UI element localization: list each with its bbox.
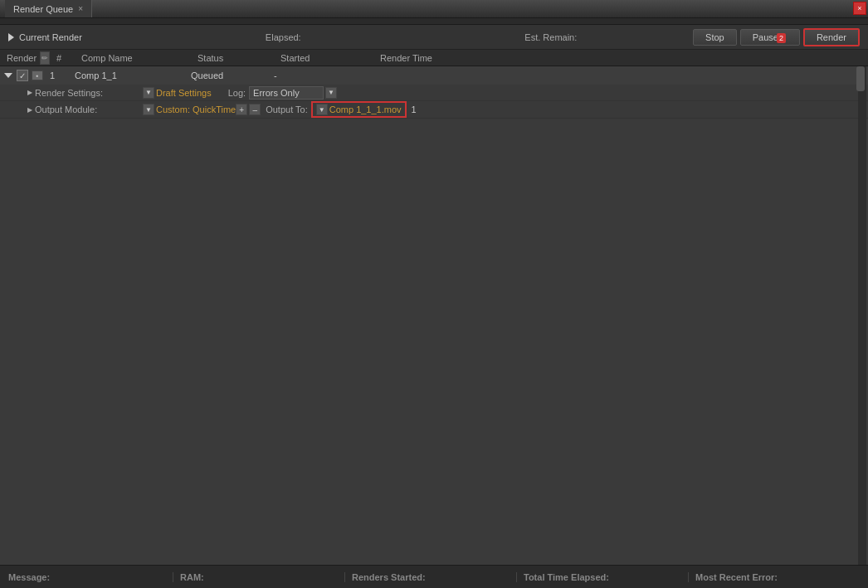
remain-section: Est. Remain: bbox=[426, 32, 677, 42]
expand-down-arrow bbox=[4, 73, 12, 78]
output-file-link[interactable]: Comp 1_1_1.mov bbox=[329, 104, 402, 114]
current-render-label: Current Render bbox=[19, 32, 82, 42]
col-header-status: Status bbox=[194, 53, 277, 63]
status-total-time: Total Time Elapsed: bbox=[517, 572, 689, 582]
status-bar: Message: RAM: Renders Started: Total Tim… bbox=[0, 565, 868, 588]
render-settings-dropdown[interactable]: ▼ Draft Settings bbox=[143, 87, 212, 99]
output-module-dropdown[interactable]: ▼ Custom: QuickTime bbox=[143, 104, 236, 115]
log-value[interactable]: Errors Only bbox=[249, 86, 324, 100]
message-label: Message: bbox=[8, 572, 50, 582]
render-settings-expand[interactable]: ▶ bbox=[25, 88, 35, 98]
item-started-1: - bbox=[271, 70, 370, 80]
output-file-dropdown-arrow[interactable]: ▼ bbox=[316, 104, 328, 115]
log-label: Log: bbox=[228, 88, 246, 98]
col-pencil-icon: ✏ bbox=[40, 51, 50, 65]
render-settings-label: Render Settings: bbox=[35, 88, 143, 98]
col-header-render: Render ✏ bbox=[3, 51, 53, 65]
total-time-label: Total Time Elapsed: bbox=[524, 572, 609, 582]
item-comp-1: Comp 1_1 bbox=[71, 70, 188, 80]
elapsed-section: Elapsed: bbox=[158, 32, 409, 42]
col-header-rendertime: Render Time bbox=[377, 53, 543, 63]
scrollbar-thumb[interactable] bbox=[856, 66, 865, 91]
queue-item-1: ▪ 1 Comp 1_1 Queued - ▶ Render Settings:… bbox=[0, 66, 868, 119]
add-output-button[interactable]: + bbox=[236, 104, 247, 115]
item-status-1: Queued bbox=[188, 70, 271, 80]
render-settings-link[interactable]: Draft Settings bbox=[156, 88, 212, 98]
col-header-started: Started bbox=[277, 53, 377, 63]
window-close-button[interactable]: × bbox=[853, 2, 866, 15]
queue-checkbox-1[interactable] bbox=[17, 70, 28, 81]
output-module-link[interactable]: Custom: QuickTime bbox=[156, 104, 236, 114]
log-dropdown-arrow[interactable]: ▼ bbox=[325, 87, 337, 99]
pause-button[interactable]: Pause2 bbox=[740, 29, 800, 46]
main-window: Render Queue × ≡ × Current Render Elapse… bbox=[0, 0, 868, 588]
expand-icon-1[interactable] bbox=[3, 70, 13, 80]
output-module-row: ▶ Output Module: ▼ Custom: QuickTime + –… bbox=[0, 101, 868, 118]
ram-label: RAM: bbox=[180, 572, 204, 582]
expand-current-render-icon[interactable] bbox=[8, 33, 14, 41]
progress-bar-area bbox=[0, 18, 868, 25]
current-render-section: Current Render bbox=[8, 32, 141, 42]
render-settings-row: ▶ Render Settings: ▼ Draft Settings Log:… bbox=[0, 85, 868, 101]
status-ram: RAM: bbox=[173, 572, 345, 582]
pause-badge: 2 bbox=[777, 33, 786, 43]
status-renders-started: Renders Started: bbox=[345, 572, 517, 582]
header-buttons: Stop Pause2 Render bbox=[693, 28, 860, 46]
log-dropdown[interactable]: Errors Only ▼ bbox=[249, 86, 337, 100]
col-header-number: # bbox=[53, 53, 78, 63]
status-message: Message: bbox=[8, 572, 173, 582]
elapsed-label: Elapsed: bbox=[266, 32, 301, 42]
render-button[interactable]: Render bbox=[803, 28, 860, 46]
output-file-box: ▼ Comp 1_1_1.mov bbox=[311, 101, 407, 118]
scrollbar-track bbox=[858, 66, 866, 565]
column-headers: Render ✏ # Comp Name Status Started Rend… bbox=[0, 50, 868, 66]
render-queue-tab[interactable]: Render Queue × bbox=[5, 0, 92, 17]
remove-output-button[interactable]: – bbox=[249, 104, 261, 115]
pause-label: Pause bbox=[753, 32, 778, 42]
output-module-dropdown-arrow[interactable]: ▼ bbox=[143, 104, 154, 115]
render-settings-dropdown-arrow[interactable]: ▼ bbox=[143, 87, 154, 99]
col-header-comp: Comp Name bbox=[78, 53, 194, 63]
stop-button[interactable]: Stop bbox=[693, 29, 737, 46]
tab-close-button[interactable]: × bbox=[78, 4, 83, 13]
status-recent-error: Most Recent Error: bbox=[689, 572, 860, 582]
error-label: Most Recent Error: bbox=[695, 572, 778, 582]
output-module-label: Output Module: bbox=[35, 104, 143, 114]
film-icon-1: ▪ bbox=[32, 70, 43, 80]
output-annotation-1: 1 bbox=[412, 104, 417, 114]
header-bar: Current Render Elapsed: Est. Remain: Sto… bbox=[0, 25, 868, 50]
renders-started-label: Renders Started: bbox=[352, 572, 426, 582]
output-module-expand[interactable]: ▶ bbox=[25, 104, 35, 114]
output-to-label: Output To: bbox=[266, 104, 308, 114]
remain-label: Est. Remain: bbox=[524, 32, 577, 42]
tab-label: Render Queue bbox=[13, 4, 73, 14]
queue-area: ▪ 1 Comp 1_1 Queued - ▶ Render Settings:… bbox=[0, 66, 868, 565]
queue-main-row-1[interactable]: ▪ 1 Comp 1_1 Queued - bbox=[0, 66, 868, 85]
item-number-1: 1 bbox=[46, 70, 71, 80]
title-bar: Render Queue × ≡ bbox=[0, 0, 868, 18]
tab-list: Render Queue × bbox=[5, 0, 92, 17]
